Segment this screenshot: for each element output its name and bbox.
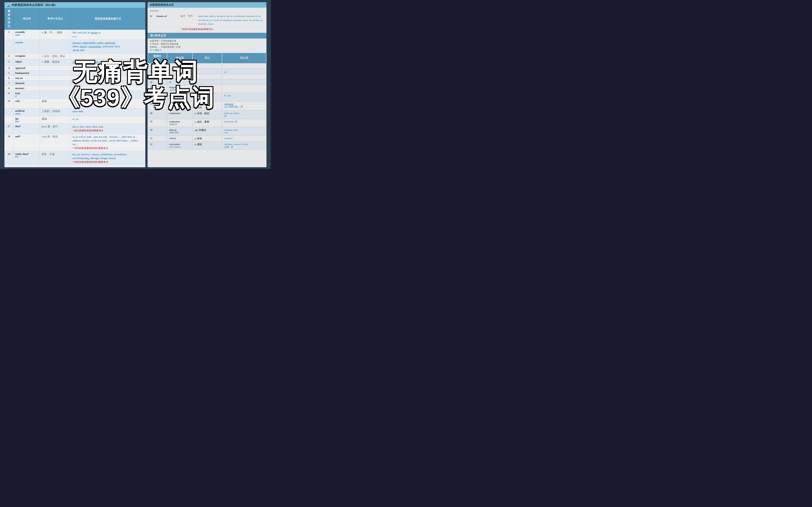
main-container: 🌊 剑桥雅思阅读考点词真经（剑10版） 重要性排行 考点词 常考中文词义 雅思阅… [0, 0, 271, 169]
table-row: 2 recognize v. 认出，识别；承认 [5, 53, 145, 59]
table-row: ignfera 基础 sc, un [5, 116, 145, 124]
table-row: 7 domestic [5, 80, 145, 86]
table-row: 4 approach [5, 65, 145, 70]
table-row: 17 that* pron. 那；那个 this, it, they, thos… [5, 124, 145, 134]
stop-them-note: stop them. [150, 9, 264, 12]
table-row: 30 military亲家 拒绝 adj. 军事的 weapon, armywa… [148, 127, 266, 135]
table-row: 24 av [148, 79, 266, 84]
table-row: 32 curriculumcarry/culture. n. 课程 syllab… [148, 142, 266, 150]
bottom-table-header: 重要性排行 考点词 词义 同义词 [148, 53, 266, 63]
right-panel-header: 剑桥雅思阅读考点词 [148, 2, 266, 8]
col-header-cn: 常考中文词义 [40, 8, 71, 30]
col-header-en: 雅思阅读真题命题方式 [71, 8, 145, 30]
table-row: 18 and* conj. 和，而且 or, as well as, both…… [5, 134, 145, 152]
table-row: 8 measure [5, 86, 145, 91]
table-row: 10 coin 创造 first used, inventquantity [5, 98, 145, 109]
row-20: 20 thanks to* 由于，亏亏 stem from, derive, o… [150, 13, 264, 27]
bottom-col-cn: 词义 [193, 53, 222, 63]
table-row: 9 traitd/ [5, 91, 145, 98]
table-row: 31 criteria n. 标准 standard [148, 136, 266, 141]
table-row: organize. perceive, acknowledge, realize… [5, 40, 145, 53]
vocab-table: 重要性排行 考点词 常考中文词义 雅思阅读真题命题方式 1 resemblesa… [4, 8, 145, 165]
table-header-row: 重要性排行 考点词 常考中文词义 雅思阅读真题命题方式 [5, 8, 145, 30]
bottom-col-word: 考点词 [167, 53, 192, 63]
table-row: 19 rather than*b/0 而非，不是 but, yet, howev… [5, 152, 145, 165]
table-row: 5 fundamental [5, 70, 145, 75]
table-row: 29 component后运3代 n. 成分，要素 proportion 标 [148, 119, 266, 127]
left-panel: 🌊 剑桥雅思阅读考点词真经（剑10版） 重要性排行 考点词 常考中文词义 雅思阅… [4, 2, 145, 167]
section2-label: 第2类考点词 [148, 33, 266, 39]
table-row: 3 adjust v. 调整，使适合 change, modify, shift… [5, 59, 145, 65]
right-panel-content: stop them. 20 thanks to* 由于，亏亏 stem from… [148, 8, 266, 33]
right-panel-title: 剑桥雅思阅读考点词 [150, 3, 173, 6]
table-row: artificialunder 上造的，仿造的 man-made [5, 109, 145, 116]
table-row: 28 compensate n. 补偿，赔偿 make up, offset诶 [148, 111, 266, 119]
bottom-col-en: 同义词 [222, 53, 266, 63]
table-row: 1 resemblesame v. 像，与……相似 like, look lik… [5, 30, 145, 40]
bottom-col-rank: 重要性排行 [148, 53, 167, 63]
left-panel-title: 剑桥雅思阅读考点词真经（剑10版） [12, 3, 57, 7]
table-row: 25 budget记没他 [148, 85, 266, 93]
table-row: 27 alternative天地 选择的替代品 substituteadj. 供… [148, 102, 266, 110]
left-panel-header: 🌊 剑桥雅思阅读考点词真经（剑10版） [4, 2, 145, 8]
table-row: 22 — [148, 69, 266, 74]
table-row: 6 rely on [5, 75, 145, 80]
table-row: 26 adapt to打/修 使适应 fit, suit [148, 93, 266, 101]
note-row-20: * 因果关系是雅思阅读的重要考点 [150, 27, 264, 32]
table-row: 23 [148, 74, 266, 79]
right-panel: 剑桥雅思阅读考点词 stop them. 20 thanks to* 由于，亏亏… [148, 2, 266, 167]
logo-icon: 🌊 [7, 3, 10, 7]
table-row: 21 [148, 64, 266, 68]
bottom-right-table: 重要性排行 考点词 词义 同义词 21 22 — [148, 53, 266, 150]
col-header-word: 考点词 [13, 8, 40, 30]
col-header-rank: 重要性排行 [5, 8, 13, 30]
section2-notes: 命题考查！不同的真题中被 个考点词；同时记忆真题命题 色单词）。不熟的单词请一定… [148, 39, 266, 53]
